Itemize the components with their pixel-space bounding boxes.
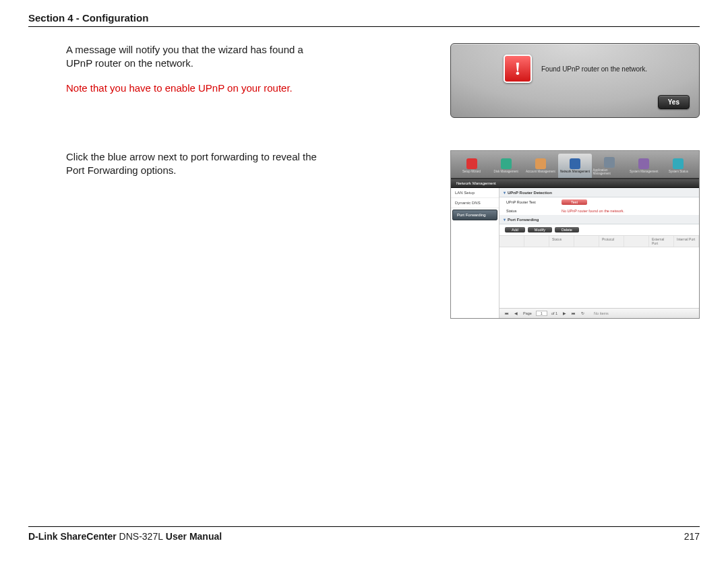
paragraph: Click the blue arrow next to port forwar… (66, 150, 325, 178)
toolbar-item-disk-mgmt[interactable]: Disk Management (489, 154, 522, 178)
toolbar-label: Setup Wizard (462, 170, 481, 173)
section-header: Section 4 - Configuration (28, 12, 700, 26)
col-external-port: External Port (649, 236, 674, 247)
alert-icon: ! (504, 55, 532, 83)
chevron-down-icon: ▾ (504, 191, 506, 195)
pager-last-icon[interactable]: ⏭ (570, 311, 577, 315)
image-column-2: Setup Wizard Disk Management Account Man… (344, 150, 700, 319)
content-row-1: A message will notify you that the wizar… (28, 43, 700, 118)
col-internal-port: Internal Port (674, 236, 699, 247)
image-column-1: ! Found UPnP router on the network. Yes (344, 43, 700, 118)
label-status: Status (506, 209, 548, 213)
col (574, 236, 599, 247)
add-button[interactable]: Add (505, 227, 525, 232)
toolbar-label: Disk Management (494, 170, 518, 173)
pager: ⏮ ◀ Page 1 of 1 ▶ ⏭ ↻ No items (499, 308, 699, 318)
col-status: Status (549, 236, 574, 247)
label-upnp-test: UPnP Router Test (506, 200, 548, 204)
pager-msg: No items (593, 311, 610, 315)
status-value: No UPnP router found on the network. (562, 209, 624, 213)
footer-model: DNS-327L (119, 531, 163, 542)
yes-button[interactable]: Yes (658, 95, 690, 109)
grid-body (499, 247, 699, 308)
toolbar-label: System Management (630, 170, 659, 173)
sidebar-item-dynamic-dns[interactable]: Dynamic DNS (451, 198, 499, 208)
toolbar-item-network-mgmt[interactable]: Network Management (558, 154, 591, 178)
content-row-2: Click the blue arrow next to port forwar… (28, 150, 700, 319)
toolbar-label: Network Management (560, 170, 590, 173)
refresh-icon[interactable]: ↻ (580, 311, 586, 315)
col (624, 236, 649, 247)
chevron-down-icon: ▾ (504, 218, 506, 222)
page-number: 217 (684, 531, 700, 542)
main-panel: ▾UPnP Router Detection UPnP Router Test … (499, 188, 699, 318)
panel-head-portfwd[interactable]: ▾Port Forwarding (499, 215, 699, 224)
toolbar-label: Account Management (526, 170, 555, 173)
paragraph: A message will notify you that the wizar… (66, 43, 325, 71)
text-column-1: A message will notify you that the wizar… (28, 43, 325, 106)
toolbar-item-setup-wizard[interactable]: Setup Wizard (455, 154, 488, 178)
pager-next-icon[interactable]: ▶ (562, 311, 568, 315)
modify-button[interactable]: Modify (528, 227, 552, 232)
footer-suffix: User Manual (166, 531, 222, 542)
dialog-message: Found UPnP router on the network. (541, 65, 647, 73)
panel-title: UPnP Router Detection (508, 191, 552, 195)
pager-page-label: Page (522, 311, 533, 315)
toolbar-item-system-status[interactable]: System Status (662, 154, 695, 178)
section-bar: Network Management (451, 179, 699, 188)
pager-page-input[interactable]: 1 (536, 311, 547, 316)
text-column-2: Click the blue arrow next to port forwar… (28, 150, 325, 189)
upnp-dialog: ! Found UPnP router on the network. Yes (450, 43, 700, 118)
pager-total: of 1 (550, 311, 559, 315)
page-footer: D-Link ShareCenter DNS-327L User Manual … (28, 526, 700, 542)
col (499, 236, 524, 247)
toolbar-item-app-mgmt[interactable]: Application Management (593, 154, 626, 178)
note-text: Note that you have to enable UPnP on you… (66, 82, 325, 95)
toolbar-item-account-mgmt[interactable]: Account Management (524, 154, 557, 178)
sidebar-item-port-forwarding[interactable]: Port Forwarding (452, 210, 497, 220)
panel-head-upnp[interactable]: ▾UPnP Router Detection (499, 188, 699, 197)
col (524, 236, 549, 247)
toolbar-label: Application Management (593, 168, 626, 175)
panel-title: Port Forwarding (508, 218, 539, 222)
header-rule (28, 26, 700, 27)
grid-header: Status Protocol External Port Internal P… (499, 235, 699, 247)
footer-rule (28, 526, 700, 527)
app-toolbar: Setup Wizard Disk Management Account Man… (451, 151, 699, 179)
pager-first-icon[interactable]: ⏮ (504, 311, 510, 315)
sidebar: LAN Setup Dynamic DNS Port Forwarding (451, 188, 499, 318)
col-protocol: Protocol (599, 236, 624, 247)
footer-left: D-Link ShareCenter DNS-327L User Manual (28, 531, 222, 542)
toolbar-label: System Status (669, 170, 688, 173)
sidebar-item-lan-setup[interactable]: LAN Setup (451, 188, 499, 198)
app-screenshot: Setup Wizard Disk Management Account Man… (450, 150, 700, 319)
toolbar-item-system-mgmt[interactable]: System Management (628, 154, 661, 178)
pager-prev-icon[interactable]: ◀ (513, 311, 519, 315)
footer-brand: D-Link ShareCenter (28, 531, 117, 542)
test-button[interactable]: Test (562, 199, 587, 205)
delete-button[interactable]: Delete (555, 227, 579, 232)
